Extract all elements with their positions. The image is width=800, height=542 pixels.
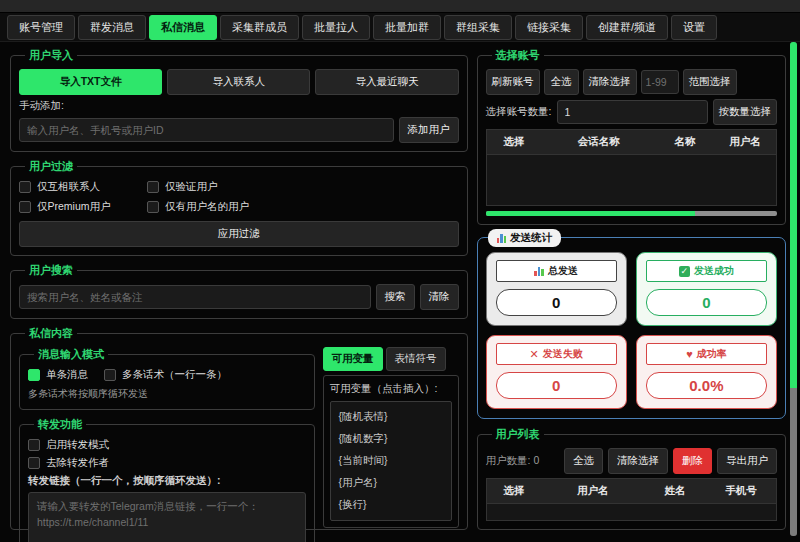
check-icon: ✓ bbox=[679, 266, 690, 277]
tab-account-manage[interactable]: 账号管理 bbox=[7, 15, 75, 40]
stat-total-label: 总发送 bbox=[548, 264, 578, 278]
filter-verified-checkbox[interactable]: 仅验证用户 bbox=[147, 180, 459, 194]
input-mode-title: 消息输入模式 bbox=[34, 347, 108, 362]
stat-success-label: 发送成功 bbox=[694, 264, 734, 278]
bar-chart-icon bbox=[534, 267, 544, 276]
col-phone: 手机号 bbox=[706, 479, 776, 503]
checkbox-checked-icon bbox=[28, 369, 40, 381]
heart-icon: ♥ bbox=[686, 348, 693, 360]
accounts-table-header: 选择 会话名称 名称 用户名 bbox=[486, 129, 777, 154]
import-txt-button[interactable]: 导入TXT文件 bbox=[19, 69, 162, 95]
forward-links-label: 转发链接（一行一个，按顺序循环发送）: bbox=[28, 474, 306, 488]
main-content: 用户导入 导入TXT文件 导入联系人 导入最近聊天 手动添加: 添加用户 用户过… bbox=[0, 42, 800, 536]
account-progress-bar bbox=[486, 211, 777, 216]
col-username: 用户名 bbox=[542, 479, 644, 503]
stat-rate-label: 成功率 bbox=[697, 347, 727, 361]
user-list-title: 用户列表 bbox=[492, 427, 544, 442]
user-search-section: 用户搜索 搜索 清除 bbox=[10, 263, 468, 319]
tab-private-message[interactable]: 私信消息 bbox=[149, 15, 217, 40]
checkbox-icon bbox=[104, 369, 116, 381]
users-select-all-button[interactable]: 全选 bbox=[564, 448, 603, 474]
col-select: 选择 bbox=[487, 479, 542, 503]
user-count-label: 用户数量: 0 bbox=[486, 454, 540, 468]
accounts-select-all-button[interactable]: 全选 bbox=[544, 69, 579, 95]
search-clear-button[interactable]: 清除 bbox=[420, 284, 459, 310]
left-column: 用户导入 导入TXT文件 导入联系人 导入最近聊天 手动添加: 添加用户 用户过… bbox=[10, 48, 468, 530]
stat-fail-value: 0 bbox=[496, 372, 617, 399]
users-export-button[interactable]: 导出用户 bbox=[717, 448, 777, 474]
range-select-button[interactable]: 范围选择 bbox=[683, 69, 737, 95]
filter-premium-checkbox[interactable]: 仅Premium用户 bbox=[19, 200, 147, 214]
variables-list-panel: 可用变量（点击插入）: {随机表情} {随机数字} {当前时间} {用户名} {… bbox=[323, 375, 459, 528]
variable-item-random-emoji[interactable]: {随机表情} bbox=[337, 406, 445, 428]
variable-item-random-number[interactable]: {随机数字} bbox=[337, 428, 445, 450]
select-by-count-button[interactable]: 按数量选择 bbox=[713, 99, 778, 125]
vertical-scrollbar[interactable] bbox=[790, 42, 797, 536]
col-username: 用户名 bbox=[714, 130, 776, 154]
variable-item-current-time[interactable]: {当前时间} bbox=[337, 450, 445, 472]
forward-links-textarea[interactable] bbox=[28, 492, 306, 542]
accounts-clear-button[interactable]: 清除选择 bbox=[583, 69, 637, 95]
col-session-name: 会话名称 bbox=[542, 130, 656, 154]
window-titlebar bbox=[0, 0, 800, 13]
variable-item-newline[interactable]: {换行} bbox=[337, 494, 445, 516]
multi-script-checkbox[interactable]: 多条话术（一行一条） bbox=[104, 368, 227, 382]
forward-section: 转发功能 启用转发模式 去除转发作者 转发链接（一行一个，按顺序循环发送）: bbox=[19, 417, 315, 542]
stat-rate-value: 0.0% bbox=[646, 372, 767, 399]
enable-forward-checkbox[interactable]: 启用转发模式 bbox=[28, 438, 306, 452]
variable-item-username[interactable]: {用户名} bbox=[337, 472, 445, 494]
import-recent-chats-button[interactable]: 导入最近聊天 bbox=[315, 69, 458, 95]
send-stats-title: 发送统计 bbox=[510, 231, 552, 245]
tab-emoji[interactable]: 表情符号 bbox=[386, 347, 446, 371]
users-delete-button[interactable]: 删除 bbox=[673, 448, 712, 474]
stat-card-total: 总发送 0 bbox=[486, 252, 627, 326]
refresh-accounts-button[interactable]: 刷新账号 bbox=[486, 69, 540, 95]
tab-create-group[interactable]: 创建群/频道 bbox=[586, 15, 668, 40]
users-table-body[interactable] bbox=[486, 503, 777, 521]
tab-group-collect[interactable]: 群组采集 bbox=[444, 15, 512, 40]
user-filter-section: 用户过滤 仅互相联系人 仅验证用户 仅Premium用户 仅有用户名的用户 bbox=[10, 159, 468, 256]
account-select-section: 选择账号 刷新账号 全选 清除选择 范围选择 选择账号数量: 按数量选择 选择 … bbox=[477, 48, 786, 225]
stat-card-rate: ♥ 成功率 0.0% bbox=[636, 335, 777, 409]
users-clear-button[interactable]: 清除选择 bbox=[608, 448, 668, 474]
stat-card-fail: ✕ 发送失败 0 bbox=[486, 335, 627, 409]
remove-author-checkbox[interactable]: 去除转发作者 bbox=[28, 456, 306, 470]
scrollbar-thumb[interactable] bbox=[790, 42, 797, 388]
tab-batch-invite[interactable]: 批量拉人 bbox=[302, 15, 370, 40]
add-user-button[interactable]: 添加用户 bbox=[399, 117, 459, 143]
filter-mutual-contacts-label: 仅互相联系人 bbox=[37, 180, 100, 194]
range-input[interactable] bbox=[641, 70, 679, 94]
tab-bulk-message[interactable]: 群发消息 bbox=[78, 15, 146, 40]
account-select-title: 选择账号 bbox=[492, 48, 544, 63]
manual-add-input[interactable] bbox=[19, 118, 394, 142]
checkbox-icon bbox=[147, 201, 159, 213]
single-message-checkbox[interactable]: 单条消息 bbox=[28, 368, 88, 382]
search-input[interactable] bbox=[19, 285, 371, 309]
progress-fill bbox=[486, 211, 696, 216]
filter-mutual-contacts-checkbox[interactable]: 仅互相联系人 bbox=[19, 180, 147, 194]
col-name: 名称 bbox=[656, 130, 714, 154]
forward-title: 转发功能 bbox=[34, 417, 86, 432]
stat-card-success: ✓ 发送成功 0 bbox=[636, 252, 777, 326]
tab-link-collect[interactable]: 链接采集 bbox=[515, 15, 583, 40]
input-mode-hint: 多条话术将按顺序循环发送 bbox=[28, 387, 306, 401]
checkbox-icon bbox=[28, 439, 40, 451]
filter-has-username-checkbox[interactable]: 仅有用户名的用户 bbox=[147, 200, 459, 214]
accounts-table-body[interactable] bbox=[486, 154, 777, 206]
apply-filter-button[interactable]: 应用过滤 bbox=[19, 221, 459, 247]
tab-variables[interactable]: 可用变量 bbox=[323, 347, 383, 371]
tab-settings[interactable]: 设置 bbox=[671, 15, 717, 40]
tab-collect-members[interactable]: 采集群成员 bbox=[220, 15, 299, 40]
tab-batch-join[interactable]: 批量加群 bbox=[373, 15, 441, 40]
scrollbar-track bbox=[790, 388, 797, 536]
account-count-label: 选择账号数量: bbox=[486, 105, 552, 119]
search-button[interactable]: 搜索 bbox=[376, 284, 415, 310]
import-contacts-button[interactable]: 导入联系人 bbox=[167, 69, 310, 95]
col-fullname: 姓名 bbox=[644, 479, 706, 503]
user-list-section: 用户列表 用户数量: 0 全选 清除选择 删除 导出用户 选择 用户名 姓名 手… bbox=[477, 427, 786, 530]
filter-verified-label: 仅验证用户 bbox=[165, 180, 218, 194]
x-icon: ✕ bbox=[530, 348, 539, 361]
stat-total-value: 0 bbox=[496, 289, 617, 316]
account-count-input[interactable] bbox=[557, 100, 708, 124]
filter-premium-label: 仅Premium用户 bbox=[37, 200, 111, 214]
